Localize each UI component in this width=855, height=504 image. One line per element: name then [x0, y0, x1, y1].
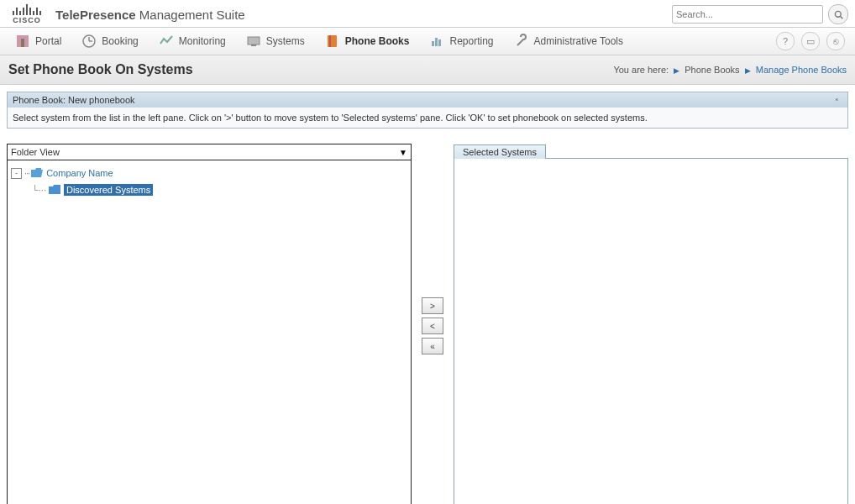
- svg-rect-12: [435, 38, 438, 46]
- folder-view-dropdown[interactable]: Folder View ▼: [7, 144, 412, 160]
- svg-point-0: [835, 11, 841, 17]
- selected-systems-tab[interactable]: Selected Systems: [454, 144, 546, 159]
- move-left-button[interactable]: <: [422, 318, 443, 334]
- tree-collapse-button[interactable]: -: [11, 168, 22, 179]
- monitoring-icon: [159, 34, 174, 49]
- help-icon: ?: [783, 36, 788, 46]
- svg-rect-13: [438, 39, 441, 46]
- booking-icon: [81, 34, 97, 49]
- nav-utilities: ? ▭ ⎋: [776, 32, 850, 50]
- move-buttons: > < «: [418, 144, 447, 504]
- tree-node-discovered-systems[interactable]: Discovered Systems: [64, 184, 153, 196]
- nav-phone-books[interactable]: Phone Books: [315, 28, 420, 55]
- folder-open-icon: [31, 168, 43, 178]
- chevron-right-icon: ▶: [745, 66, 751, 75]
- nav-label: Administrative Tools: [534, 35, 624, 47]
- window-button[interactable]: ▭: [801, 32, 820, 50]
- search-icon: [834, 10, 843, 19]
- collapse-toggle[interactable]: ⌄ ⌃: [831, 96, 842, 104]
- folder-panel: Folder View ▼ - ··· Company Name └··· Di…: [7, 144, 412, 504]
- app-header: CISCO TelePresence Management Suite: [0, 0, 855, 27]
- nav-monitoring[interactable]: Monitoring: [149, 28, 236, 55]
- breadcrumb: You are here: ▶ Phone Books ▶ Manage Pho…: [613, 65, 847, 75]
- breadcrumb-prefix: You are here:: [613, 65, 669, 75]
- page-title-bar: Set Phone Book On Systems You are here: …: [0, 55, 855, 85]
- app-title: TelePresence Management Suite: [55, 8, 245, 22]
- logout-icon: ⎋: [833, 36, 839, 46]
- systems-icon: [246, 34, 261, 49]
- info-panel-header: Phone Book: New phonebook ⌄ ⌃: [8, 92, 847, 108]
- selected-systems-body: [454, 158, 848, 504]
- svg-rect-7: [248, 37, 260, 45]
- window-icon: ▭: [806, 36, 815, 47]
- nav-reporting[interactable]: Reporting: [419, 28, 503, 55]
- reporting-icon: [429, 34, 444, 49]
- search-input[interactable]: [672, 5, 823, 24]
- info-panel: Phone Book: New phonebook ⌄ ⌃ Select sys…: [7, 92, 848, 129]
- svg-rect-3: [21, 39, 24, 47]
- tree-connector: └···: [32, 185, 46, 195]
- phone-books-icon: [325, 34, 340, 49]
- svg-rect-11: [432, 41, 434, 46]
- selected-panel: Selected Systems: [454, 144, 848, 504]
- nav-portal[interactable]: Portal: [5, 28, 71, 55]
- tree-root-row: - ··· Company Name: [11, 165, 407, 181]
- move-all-left-button[interactable]: «: [422, 338, 443, 354]
- cisco-logo: CISCO: [7, 3, 47, 25]
- folder-tree: - ··· Company Name └··· Discovered Syste…: [7, 160, 412, 504]
- portal-icon: [15, 34, 30, 49]
- nav-admin-tools[interactable]: Administrative Tools: [504, 28, 634, 55]
- admin-tools-icon: [514, 34, 529, 49]
- info-panel-title: Phone Book: New phonebook: [13, 95, 135, 105]
- svg-line-1: [840, 16, 842, 18]
- nav-systems[interactable]: Systems: [236, 28, 315, 55]
- folder-icon: [49, 185, 60, 195]
- folder-view-label: Folder View: [11, 147, 60, 157]
- cisco-bars-icon: [13, 3, 41, 15]
- nav-label: Booking: [102, 35, 138, 47]
- main-content: Folder View ▼ - ··· Company Name └··· Di…: [0, 129, 855, 504]
- svg-rect-9: [328, 35, 337, 47]
- svg-rect-8: [251, 45, 256, 46]
- page-title: Set Phone Book On Systems: [8, 62, 193, 77]
- main-nav: Portal Booking Monitoring Systems Phone …: [0, 27, 855, 55]
- help-button[interactable]: ?: [776, 32, 795, 50]
- chevron-right-icon: ▶: [674, 66, 679, 75]
- tree-connector: ···: [24, 168, 29, 178]
- tree-node-company[interactable]: Company Name: [46, 168, 113, 178]
- nav-label: Monitoring: [179, 35, 226, 47]
- breadcrumb-phone-books: Phone Books: [685, 65, 739, 75]
- nav-booking[interactable]: Booking: [71, 28, 148, 55]
- nav-label: Reporting: [449, 35, 493, 47]
- chevron-up-icon: ⌃: [834, 100, 840, 104]
- nav-label: Portal: [35, 35, 61, 47]
- tree-child-row: └··· Discovered Systems: [28, 182, 407, 197]
- nav-label: Phone Books: [345, 35, 410, 47]
- dropdown-caret-icon: ▼: [399, 148, 407, 157]
- nav-label: Systems: [266, 35, 305, 47]
- search-button[interactable]: [828, 4, 848, 24]
- svg-rect-10: [329, 35, 331, 47]
- move-right-button[interactable]: >: [422, 297, 443, 314]
- cisco-logo-text: CISCO: [13, 16, 41, 24]
- logout-button[interactable]: ⎋: [826, 32, 845, 50]
- info-panel-body: Select system from the list in the left …: [8, 108, 847, 128]
- breadcrumb-manage-phone-books[interactable]: Manage Phone Books: [756, 65, 847, 75]
